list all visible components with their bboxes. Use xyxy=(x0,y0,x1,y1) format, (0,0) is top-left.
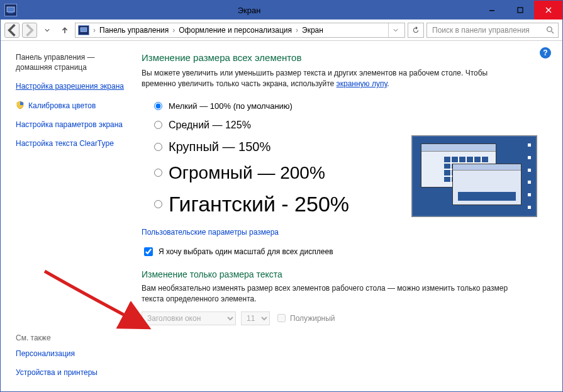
history-dropdown[interactable] xyxy=(40,23,55,38)
text-element-select[interactable]: Заголовки окон xyxy=(142,311,236,325)
forward-button[interactable] xyxy=(22,23,37,38)
sidebar-personalization-link[interactable]: Персонализация xyxy=(16,349,125,359)
shield-icon xyxy=(16,101,25,109)
help-icon[interactable]: ? xyxy=(540,47,551,59)
minimize-button[interactable] xyxy=(477,1,506,20)
display-preview-image xyxy=(411,135,537,217)
system-menu-icon[interactable] xyxy=(4,4,17,16)
radio-giant[interactable] xyxy=(154,200,162,208)
nav-bar: › Панель управления › Оформление и персо… xyxy=(1,20,562,41)
radio-large[interactable] xyxy=(154,143,162,151)
search-box[interactable] xyxy=(426,23,559,38)
sidebar-resolution-link[interactable]: Настройка разрешения экрана xyxy=(16,81,125,91)
maximize-button[interactable] xyxy=(506,1,534,20)
magnifier-link[interactable]: экранную лупу xyxy=(337,79,387,88)
search-icon xyxy=(546,26,554,34)
breadcrumb-chevron-icon: › xyxy=(91,26,98,35)
breadcrumb-chevron-icon: › xyxy=(170,26,177,35)
svg-rect-1 xyxy=(8,12,13,13)
sidebar-devices-link[interactable]: Устройства и принтеры xyxy=(16,367,125,378)
sidebar: Панель управления — домашняя страница На… xyxy=(1,41,133,391)
svg-rect-6 xyxy=(81,27,87,31)
svg-rect-3 xyxy=(518,8,523,13)
breadcrumb-dropdown-icon[interactable] xyxy=(388,23,402,38)
label-giant: Гигантский - 250% xyxy=(169,192,349,216)
refresh-button[interactable] xyxy=(408,23,424,38)
svg-line-8 xyxy=(552,31,554,33)
sidebar-home-link[interactable]: Панель управления — домашняя страница xyxy=(16,52,125,72)
up-button[interactable] xyxy=(57,23,72,38)
heading-text-only: Изменение только размера текста xyxy=(142,269,546,279)
radio-medium[interactable] xyxy=(154,121,162,129)
label-large: Крупный — 150% xyxy=(169,140,270,154)
sidebar-calibration-link[interactable]: Калибровка цветов xyxy=(28,101,96,111)
breadcrumb-mid[interactable]: Оформление и персонализация xyxy=(179,26,292,35)
breadcrumb-bar[interactable]: › Панель управления › Оформление и персо… xyxy=(75,23,405,38)
text-only-description: Вам необязательно изменять размер всех э… xyxy=(142,283,513,305)
window-title: Экран xyxy=(21,6,477,15)
breadcrumb-chevron-icon: › xyxy=(293,26,301,35)
svg-rect-0 xyxy=(7,7,14,12)
breadcrumb-leaf[interactable]: Экран xyxy=(302,26,323,35)
svg-rect-2 xyxy=(489,10,494,11)
label-small: Мелкий — 100% (по умолчанию) xyxy=(169,101,293,111)
svg-point-7 xyxy=(547,27,552,32)
see-also-label: См. также xyxy=(16,333,125,342)
text-size-select[interactable]: 11 xyxy=(241,311,270,325)
radio-huge[interactable] xyxy=(154,169,162,177)
breadcrumb-root[interactable]: Панель управления xyxy=(99,26,169,35)
window-titlebar: Экран xyxy=(1,1,562,20)
close-button[interactable] xyxy=(534,1,562,20)
sidebar-params-link[interactable]: Настройка параметров экрана xyxy=(16,120,125,130)
bold-label: Полужирный xyxy=(290,314,335,323)
search-input[interactable] xyxy=(431,25,542,35)
custom-size-link[interactable]: Пользовательские параметры размера xyxy=(142,228,546,237)
label-huge: Огромный — 200% xyxy=(169,163,325,183)
control-panel-icon xyxy=(78,25,89,35)
single-scale-label: Я хочу выбрать один масштаб для всех дис… xyxy=(159,247,333,256)
sidebar-cleartype-link[interactable]: Настройка текста ClearType xyxy=(16,138,125,148)
resize-description: Вы можете увеличить или уменьшить размер… xyxy=(142,68,513,90)
single-scale-checkbox[interactable] xyxy=(144,247,153,256)
radio-small[interactable] xyxy=(154,102,162,110)
back-button[interactable] xyxy=(4,23,20,38)
main-panel: ? Изменение размера всех элементов Вы мо… xyxy=(133,41,562,391)
bold-checkbox[interactable] xyxy=(277,314,286,322)
label-medium: Средний — 125% xyxy=(169,120,251,131)
heading-resize-all: Изменение размера всех элементов xyxy=(142,52,546,63)
